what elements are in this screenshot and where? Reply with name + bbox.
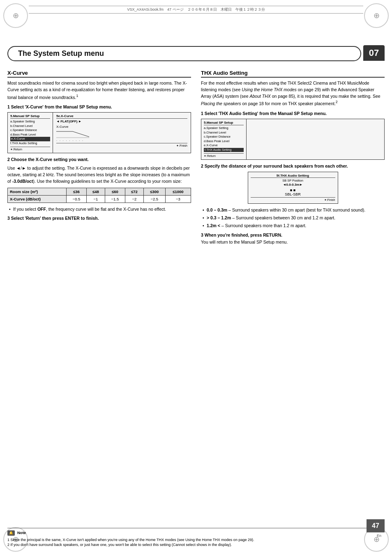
table-header-300: ≤300 [143,188,165,196]
table-header-72: ≤72 [125,188,143,196]
thx-screen1-item-c: c.Speaker Distance [204,135,244,139]
thx-screen1-item-a: a.Speaker Setting [204,126,244,131]
thx-screen1-item-f: f.THX Audio Setting [204,148,244,152]
thx-screen1: 5.Manual SP Setup a.Speaker Setting b.Ch… [201,119,385,160]
xcurve-screen1-item-d: d.Bass Peak Level [10,133,50,137]
thx-step3-body: You will return to the Manual SP Setup m… [201,239,385,246]
note-title: Note [17,530,26,535]
xcurve-screen1-right-title: 5e.X-Curve [56,114,187,119]
content-area: X-Curve Most soundtracks mixed for cinem… [7,70,385,530]
table-cell-300: −2.5 [143,196,165,203]
xcurve-label: X-Curve [56,125,187,129]
xcurve-screen1-item-c: c.Speaker Distance [10,128,50,133]
table-header-48: ≤48 [87,188,105,196]
thx-screen1-left: 5.Manual SP Setup a.Speaker Setting b.Ch… [201,119,247,159]
thx-screen1-left-title: 5.Manual SP Setup [204,121,244,125]
xcurve-heading: X-Curve [7,70,191,78]
thx-screen1-item-b: b.Channel Level [204,131,244,135]
table-header-1000: ≤1000 [165,188,191,196]
xcurve-body: Most soundtracks mixed for cinema sound … [7,80,191,101]
thx-bullet1: 0.0 – 0.3m – Surround speakers within 30… [201,207,385,213]
thx-body: For the most effective results when usin… [201,80,385,107]
page-title: The System Setup menu [7,46,361,61]
table-cell-60: −1.5 [105,196,125,203]
xcurve-diagram [56,129,89,138]
thx-screen1-item-d: d.Bass Peak Level [204,139,244,144]
xcurve-screen1-left-title: 5.Manual SP Setup [10,114,50,119]
thx-bullet2: > 0.3 – 1.2m – Surround speakers between… [201,215,385,221]
thx-heading: THX Audio Setting [201,70,385,78]
svg-line-1 [73,131,89,137]
note-section: 🔔 Note 1 Since the principal is the same… [7,528,385,548]
thx-screen2-finish: ✦:Finish [251,197,335,202]
xcurve-screen1: 5.Manual SP Setup a.Speaker Setting b.Ch… [7,112,191,153]
thx-screen2-value: ◄0.0-0.3m► [251,183,335,187]
xcurve-step1-heading: 1 Select 'X-Curve' from the Manual SP Se… [7,104,191,110]
xcurve-screen1-item-a: a.Speaker Setting [10,120,50,124]
thx-screen2: 5f.THX Audio Setting SB SP Position ◄0.0… [248,172,338,204]
table-cell-48: −1 [87,196,105,203]
xcurve-screen1-item-f: f.THX Audio Setting [10,141,50,146]
note1-text: 1 Since the principal is the same, X-Cur… [7,537,385,543]
thx-step3-heading: 3 When you're finished, press RETURN. [201,233,385,237]
xcurve-screen1-value: ◄ FLAT(OFF) ► [56,120,187,123]
two-column-layout: X-Curve Most soundtracks mixed for cinem… [7,70,385,530]
chapter-badge: 07 [363,45,385,61]
thx-screen2-title: 5f.THX Audio Setting [251,174,335,178]
table-header-label: Room size (m²) [8,188,67,196]
thx-screen1-return: ✦:Return [204,153,244,158]
xcurve-step3-heading: 3 Select 'Return' then press ENTER to fi… [7,216,191,221]
corner-decoration-tr: ⊕ [364,3,389,28]
thx-screen2-subtitle: SB SP Position [251,179,335,183]
file-strip: VSX_AX4ASi.book.fm 47 ページ ２０６年６月８日 木曜日 午… [29,6,363,14]
table-cell-36: −0.5 [66,196,86,203]
page-lang: En [377,534,381,538]
note-icon: 🔔 [7,530,15,536]
xcurve-table: Room size (m²) ≤36 ≤48 ≤60 ≤72 ≤300 ≤100… [7,188,191,203]
table-row-label: X-Curve (dB/oct) [8,196,67,203]
table-cell-1000: −3 [165,196,191,203]
xcurve-step2-heading: 2 Choose the X-Curve setting you want. [7,157,191,163]
xcurve-bullet1: If you select OFF, the frequency curve w… [7,206,191,212]
xcurve-screen1-finish: ✦:Finish [56,143,187,147]
table-header-60: ≤60 [105,188,125,196]
thx-bullet3: 1.2m < – Surround speakers more than 1.2… [201,223,385,229]
table-cell-72: −2 [125,196,143,203]
xcurve-screen1-item-e: e.X-Curve [10,137,50,141]
xcurve-screen1-return: ✦:Return [10,147,50,151]
xcurve-screen1-right: 5e.X-Curve ◄ FLAT(OFF) ► X-Curve · · · ·… [53,113,191,153]
note2-text: 2 If you don't have surround back speake… [7,542,385,548]
page-number-badge: 47 [367,519,385,532]
xcurve-dots: · · · · · · · · · [56,139,187,142]
page-wrapper: ⊕ ⊕ ⊕ ⊕ VSX_AX4ASi.book.fm 47 ページ ２０６年６月… [0,0,392,555]
thx-section: THX Audio Setting For the most effective… [201,70,385,530]
table-header-36: ≤36 [66,188,86,196]
thx-step1-heading: 1 Select 'THX Audio Setting' from the Ma… [201,111,385,117]
xcurve-section: X-Curve Most soundtracks mixed for cinem… [7,70,191,530]
xcurve-screen1-item-b: b.Channel Level [10,124,50,129]
thx-screen2-icons: ■ ■SBL-SBR [251,188,335,196]
thx-screen1-item-e: e.X-Curve [204,143,244,148]
xcurve-screen1-left: 5.Manual SP Setup a.Speaker Setting b.Ch… [8,113,53,153]
corner-decoration-tl: ⊕ [3,3,28,28]
thx-step2-heading: 2 Specify the distance of your surround … [201,163,385,169]
xcurve-step2-body: Use ◄/► to adjust the setting. The X-Cur… [7,165,191,184]
